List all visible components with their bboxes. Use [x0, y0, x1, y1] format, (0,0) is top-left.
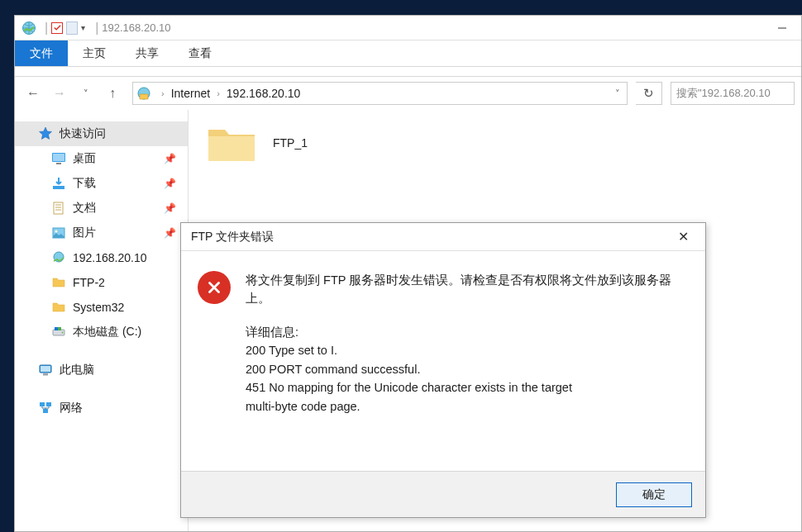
sidebar-label: FTP-2 — [73, 276, 105, 289]
breadcrumb-host[interactable]: 192.168.20.10 — [227, 87, 301, 100]
breadcrumb-internet[interactable]: Internet — [171, 87, 210, 100]
downloads-icon — [51, 176, 66, 191]
search-placeholder: 搜索"192.168.20.10 — [676, 86, 771, 101]
folder-label: FTP_1 — [273, 136, 308, 150]
ribbon-tabs: 文件 主页 共享 查看 — [15, 40, 801, 67]
address-bar[interactable]: › Internet › 192.168.20.10 ˅ — [132, 82, 628, 105]
svg-rect-21 — [43, 373, 48, 376]
computer-icon — [38, 363, 53, 378]
nav-recent-dropdown[interactable]: ˅ — [74, 82, 98, 105]
sidebar-label: System32 — [73, 301, 124, 314]
dialog-footer: 确定 — [181, 471, 705, 517]
pin-icon: 📌 — [164, 202, 176, 214]
pin-icon: 📌 — [164, 227, 176, 239]
dialog-details-label: 详细信息: — [246, 323, 689, 341]
nav-back-button[interactable]: ← — [21, 82, 45, 105]
star-icon — [38, 126, 53, 141]
sidebar-label: 快速访问 — [60, 126, 106, 141]
window-title: 192.168.20.10 — [102, 21, 170, 34]
dialog-close-button[interactable]: ✕ — [671, 229, 695, 245]
search-input[interactable]: 搜索"192.168.20.10 — [671, 82, 795, 105]
svg-point-18 — [62, 332, 64, 334]
qat-dropdown-icon[interactable]: ▾ — [81, 23, 85, 32]
svg-rect-7 — [53, 186, 64, 189]
sidebar-desktop[interactable]: 桌面 📌 — [15, 146, 188, 171]
address-bar-row: ← → ˅ ↑ › Internet › 192.168.20.10 ˅ ↻ 搜… — [15, 77, 801, 110]
dialog-ok-button[interactable]: 确定 — [616, 482, 692, 507]
tab-share[interactable]: 共享 — [121, 40, 174, 66]
sidebar-label: 192.168.20.10 — [73, 251, 147, 264]
svg-rect-22 — [40, 402, 45, 406]
pin-icon: 📌 — [164, 153, 176, 164]
folder-icon — [51, 300, 66, 315]
sidebar-documents[interactable]: 文档 📌 — [15, 196, 188, 221]
ftp-location-icon — [136, 86, 151, 101]
svg-rect-5 — [53, 154, 64, 161]
svg-rect-16 — [55, 327, 58, 330]
sidebar-this-pc[interactable]: 此电脑 — [15, 358, 188, 382]
documents-icon — [51, 201, 66, 216]
ftp-icon — [21, 21, 36, 36]
sidebar-system32[interactable]: System32 — [15, 295, 188, 320]
dialog-detail-line: 451 No mapping for the Unicode character… — [246, 378, 689, 397]
qat-newfolder-icon[interactable] — [66, 21, 78, 35]
dialog-detail-line: 200 PORT command successful. — [246, 360, 689, 378]
dialog-main-message: 将文件复制到 FTP 服务器时发生错误。请检查是否有权限将文件放到该服务器上。 — [246, 271, 689, 308]
sidebar-ftp-server[interactable]: 192.168.20.10 — [15, 245, 188, 270]
refresh-button[interactable]: ↻ — [636, 82, 662, 105]
ftp-icon — [51, 250, 66, 265]
tab-home[interactable]: 主页 — [68, 40, 121, 66]
sidebar-quick-access[interactable]: 快速访问 — [15, 121, 188, 146]
folder-icon — [51, 275, 66, 290]
sidebar-label: 此电脑 — [60, 363, 94, 378]
desktop-icon — [51, 151, 66, 166]
dialog-detail-line: 200 Type set to I. — [246, 341, 689, 359]
sidebar-label: 本地磁盘 (C:) — [73, 325, 141, 340]
chevron-right-icon[interactable]: › — [217, 88, 220, 98]
folder-item[interactable]: FTP_1 — [205, 121, 785, 164]
svg-rect-6 — [56, 163, 61, 164]
sidebar-network[interactable]: 网络 — [15, 396, 188, 420]
nav-up-button[interactable]: ↑ — [101, 82, 124, 105]
dialog-detail-line: multi-byte code page. — [246, 397, 689, 416]
sidebar-local-disk[interactable]: 本地磁盘 (C:) — [15, 320, 188, 344]
separator: | — [45, 21, 48, 36]
title-bar: | ▾ | 192.168.20.10 — [15, 16, 801, 40]
svg-rect-20 — [41, 366, 50, 372]
svg-rect-23 — [46, 402, 51, 406]
sidebar-label: 网络 — [60, 401, 83, 416]
error-dialog: FTP 文件夹错误 ✕ 将文件复制到 FTP 服务器时发生错误。请检查是否有权限… — [180, 222, 706, 518]
sidebar-ftp2[interactable]: FTP-2 — [15, 270, 188, 295]
sidebar-label: 桌面 — [73, 151, 96, 166]
dialog-body: 将文件复制到 FTP 服务器时发生错误。请检查是否有权限将文件放到该服务器上。 … — [181, 251, 705, 427]
pin-icon: 📌 — [164, 178, 176, 189]
nav-forward-button[interactable]: → — [48, 82, 71, 105]
network-icon — [38, 401, 53, 416]
sidebar-pictures[interactable]: 图片 📌 — [15, 221, 188, 245]
nav-sidebar: 快速访问 桌面 📌 下载 📌 文档 📌 — [15, 110, 189, 531]
sidebar-label: 图片 — [73, 226, 96, 240]
error-icon — [198, 271, 231, 304]
sidebar-downloads[interactable]: 下载 📌 — [15, 171, 188, 196]
svg-rect-17 — [58, 327, 61, 330]
minimize-button[interactable] — [763, 16, 801, 40]
drive-icon — [51, 325, 66, 340]
sidebar-label: 下载 — [73, 176, 96, 191]
sidebar-label: 文档 — [73, 201, 96, 216]
chevron-right-icon[interactable]: › — [161, 88, 165, 98]
qat-properties-icon[interactable] — [51, 22, 63, 34]
svg-point-13 — [55, 230, 57, 232]
dialog-text: 将文件复制到 FTP 服务器时发生错误。请检查是否有权限将文件放到该服务器上。 … — [246, 271, 689, 416]
folder-icon — [205, 121, 258, 164]
tab-file[interactable]: 文件 — [15, 40, 68, 66]
svg-rect-3 — [140, 94, 148, 99]
tab-view[interactable]: 查看 — [174, 40, 227, 66]
separator: | — [95, 21, 98, 36]
ribbon-collapsed-area — [15, 67, 801, 77]
pictures-icon — [51, 226, 66, 240]
svg-rect-8 — [54, 202, 63, 214]
address-dropdown-icon[interactable]: ˅ — [615, 88, 620, 99]
dialog-titlebar[interactable]: FTP 文件夹错误 ✕ — [181, 223, 705, 251]
dialog-title: FTP 文件夹错误 — [191, 230, 274, 245]
